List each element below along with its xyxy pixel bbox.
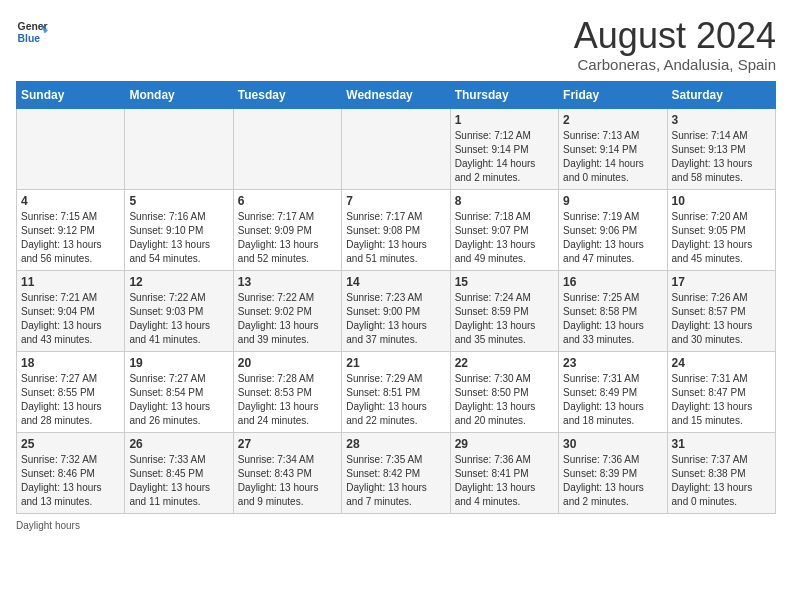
day-number: 14 — [346, 275, 445, 289]
calendar-cell: 12Sunrise: 7:22 AM Sunset: 9:03 PM Dayli… — [125, 270, 233, 351]
day-info: Sunrise: 7:30 AM Sunset: 8:50 PM Dayligh… — [455, 372, 554, 428]
day-info: Sunrise: 7:34 AM Sunset: 8:43 PM Dayligh… — [238, 453, 337, 509]
calendar-cell: 3Sunrise: 7:14 AM Sunset: 9:13 PM Daylig… — [667, 108, 775, 189]
day-info: Sunrise: 7:31 AM Sunset: 8:47 PM Dayligh… — [672, 372, 771, 428]
calendar-cell — [342, 108, 450, 189]
calendar-week-row: 1Sunrise: 7:12 AM Sunset: 9:14 PM Daylig… — [17, 108, 776, 189]
calendar-cell: 9Sunrise: 7:19 AM Sunset: 9:06 PM Daylig… — [559, 189, 667, 270]
calendar-cell: 18Sunrise: 7:27 AM Sunset: 8:55 PM Dayli… — [17, 351, 125, 432]
day-number: 23 — [563, 356, 662, 370]
day-number: 11 — [21, 275, 120, 289]
calendar-day-header: Tuesday — [233, 81, 341, 108]
calendar-cell: 2Sunrise: 7:13 AM Sunset: 9:14 PM Daylig… — [559, 108, 667, 189]
day-info: Sunrise: 7:24 AM Sunset: 8:59 PM Dayligh… — [455, 291, 554, 347]
day-number: 7 — [346, 194, 445, 208]
day-number: 4 — [21, 194, 120, 208]
logo: General Blue — [16, 16, 48, 48]
day-number: 18 — [21, 356, 120, 370]
calendar-day-header: Thursday — [450, 81, 558, 108]
location-subtitle: Carboneras, Andalusia, Spain — [574, 56, 776, 73]
day-info: Sunrise: 7:21 AM Sunset: 9:04 PM Dayligh… — [21, 291, 120, 347]
day-number: 26 — [129, 437, 228, 451]
day-number: 28 — [346, 437, 445, 451]
day-info: Sunrise: 7:32 AM Sunset: 8:46 PM Dayligh… — [21, 453, 120, 509]
calendar-cell: 23Sunrise: 7:31 AM Sunset: 8:49 PM Dayli… — [559, 351, 667, 432]
page-header: General Blue August 2024 Carboneras, And… — [16, 16, 776, 73]
day-number: 15 — [455, 275, 554, 289]
calendar-cell: 30Sunrise: 7:36 AM Sunset: 8:39 PM Dayli… — [559, 432, 667, 513]
day-number: 19 — [129, 356, 228, 370]
day-info: Sunrise: 7:35 AM Sunset: 8:42 PM Dayligh… — [346, 453, 445, 509]
day-number: 12 — [129, 275, 228, 289]
calendar-cell — [17, 108, 125, 189]
day-info: Sunrise: 7:33 AM Sunset: 8:45 PM Dayligh… — [129, 453, 228, 509]
day-info: Sunrise: 7:18 AM Sunset: 9:07 PM Dayligh… — [455, 210, 554, 266]
calendar-cell: 11Sunrise: 7:21 AM Sunset: 9:04 PM Dayli… — [17, 270, 125, 351]
day-number: 25 — [21, 437, 120, 451]
calendar-cell: 28Sunrise: 7:35 AM Sunset: 8:42 PM Dayli… — [342, 432, 450, 513]
day-info: Sunrise: 7:13 AM Sunset: 9:14 PM Dayligh… — [563, 129, 662, 185]
day-info: Sunrise: 7:36 AM Sunset: 8:39 PM Dayligh… — [563, 453, 662, 509]
calendar-cell — [233, 108, 341, 189]
calendar-cell: 24Sunrise: 7:31 AM Sunset: 8:47 PM Dayli… — [667, 351, 775, 432]
month-year-title: August 2024 — [574, 16, 776, 56]
day-info: Sunrise: 7:36 AM Sunset: 8:41 PM Dayligh… — [455, 453, 554, 509]
day-info: Sunrise: 7:16 AM Sunset: 9:10 PM Dayligh… — [129, 210, 228, 266]
calendar-cell: 5Sunrise: 7:16 AM Sunset: 9:10 PM Daylig… — [125, 189, 233, 270]
calendar-cell: 31Sunrise: 7:37 AM Sunset: 8:38 PM Dayli… — [667, 432, 775, 513]
calendar-day-header: Wednesday — [342, 81, 450, 108]
day-number: 31 — [672, 437, 771, 451]
calendar-week-row: 4Sunrise: 7:15 AM Sunset: 9:12 PM Daylig… — [17, 189, 776, 270]
calendar-table: SundayMondayTuesdayWednesdayThursdayFrid… — [16, 81, 776, 514]
calendar-cell: 20Sunrise: 7:28 AM Sunset: 8:53 PM Dayli… — [233, 351, 341, 432]
calendar-day-header: Sunday — [17, 81, 125, 108]
day-number: 17 — [672, 275, 771, 289]
calendar-day-header: Friday — [559, 81, 667, 108]
calendar-week-row: 18Sunrise: 7:27 AM Sunset: 8:55 PM Dayli… — [17, 351, 776, 432]
day-info: Sunrise: 7:25 AM Sunset: 8:58 PM Dayligh… — [563, 291, 662, 347]
svg-text:Blue: Blue — [18, 33, 41, 44]
day-number: 21 — [346, 356, 445, 370]
day-info: Sunrise: 7:19 AM Sunset: 9:06 PM Dayligh… — [563, 210, 662, 266]
day-number: 30 — [563, 437, 662, 451]
day-number: 29 — [455, 437, 554, 451]
calendar-cell: 27Sunrise: 7:34 AM Sunset: 8:43 PM Dayli… — [233, 432, 341, 513]
calendar-day-header: Saturday — [667, 81, 775, 108]
calendar-header-row: SundayMondayTuesdayWednesdayThursdayFrid… — [17, 81, 776, 108]
day-info: Sunrise: 7:22 AM Sunset: 9:03 PM Dayligh… — [129, 291, 228, 347]
day-info: Sunrise: 7:29 AM Sunset: 8:51 PM Dayligh… — [346, 372, 445, 428]
day-info: Sunrise: 7:17 AM Sunset: 9:08 PM Dayligh… — [346, 210, 445, 266]
calendar-cell: 22Sunrise: 7:30 AM Sunset: 8:50 PM Dayli… — [450, 351, 558, 432]
daylight-label: Daylight hours — [16, 520, 80, 531]
day-number: 2 — [563, 113, 662, 127]
calendar-cell: 21Sunrise: 7:29 AM Sunset: 8:51 PM Dayli… — [342, 351, 450, 432]
calendar-week-row: 25Sunrise: 7:32 AM Sunset: 8:46 PM Dayli… — [17, 432, 776, 513]
day-info: Sunrise: 7:27 AM Sunset: 8:54 PM Dayligh… — [129, 372, 228, 428]
logo-icon: General Blue — [16, 16, 48, 48]
day-info: Sunrise: 7:17 AM Sunset: 9:09 PM Dayligh… — [238, 210, 337, 266]
day-number: 22 — [455, 356, 554, 370]
calendar-cell: 15Sunrise: 7:24 AM Sunset: 8:59 PM Dayli… — [450, 270, 558, 351]
calendar-cell: 19Sunrise: 7:27 AM Sunset: 8:54 PM Dayli… — [125, 351, 233, 432]
footer: Daylight hours — [16, 520, 776, 531]
day-number: 16 — [563, 275, 662, 289]
day-info: Sunrise: 7:14 AM Sunset: 9:13 PM Dayligh… — [672, 129, 771, 185]
day-info: Sunrise: 7:23 AM Sunset: 9:00 PM Dayligh… — [346, 291, 445, 347]
day-info: Sunrise: 7:37 AM Sunset: 8:38 PM Dayligh… — [672, 453, 771, 509]
day-info: Sunrise: 7:26 AM Sunset: 8:57 PM Dayligh… — [672, 291, 771, 347]
calendar-cell: 6Sunrise: 7:17 AM Sunset: 9:09 PM Daylig… — [233, 189, 341, 270]
calendar-cell: 8Sunrise: 7:18 AM Sunset: 9:07 PM Daylig… — [450, 189, 558, 270]
day-number: 1 — [455, 113, 554, 127]
day-number: 10 — [672, 194, 771, 208]
day-number: 8 — [455, 194, 554, 208]
day-number: 20 — [238, 356, 337, 370]
day-info: Sunrise: 7:22 AM Sunset: 9:02 PM Dayligh… — [238, 291, 337, 347]
calendar-cell — [125, 108, 233, 189]
day-number: 13 — [238, 275, 337, 289]
calendar-cell: 29Sunrise: 7:36 AM Sunset: 8:41 PM Dayli… — [450, 432, 558, 513]
day-number: 9 — [563, 194, 662, 208]
calendar-week-row: 11Sunrise: 7:21 AM Sunset: 9:04 PM Dayli… — [17, 270, 776, 351]
day-info: Sunrise: 7:28 AM Sunset: 8:53 PM Dayligh… — [238, 372, 337, 428]
day-number: 6 — [238, 194, 337, 208]
calendar-cell: 1Sunrise: 7:12 AM Sunset: 9:14 PM Daylig… — [450, 108, 558, 189]
